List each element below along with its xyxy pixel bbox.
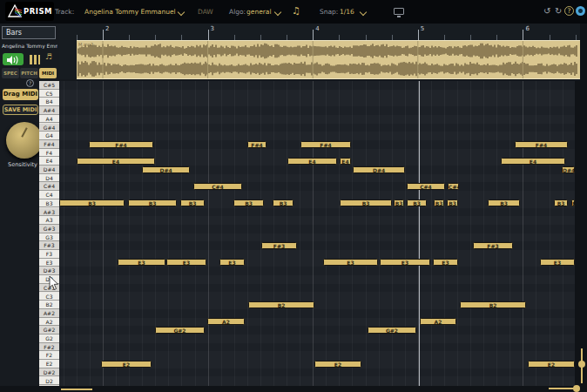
piano-key-E4[interactable]: E4: [39, 157, 59, 166]
midi-note[interactable]: B3: [488, 199, 520, 206]
piano-key-A4[interactable]: A4: [39, 115, 59, 124]
piano-key-D2[interactable]: D2: [39, 377, 59, 386]
midi-note[interactable]: E2: [314, 361, 361, 368]
tab-pitch[interactable]: PITCH: [20, 68, 38, 78]
midi-note[interactable]: G#2: [155, 327, 205, 334]
piano-key-F2[interactable]: F2: [39, 351, 59, 360]
midi-note[interactable]: E3: [540, 259, 575, 266]
algo-dropdown[interactable]: general: [246, 8, 272, 16]
piano-key-A#3[interactable]: A#3: [39, 208, 59, 217]
midi-note[interactable]: F#3: [473, 242, 513, 249]
midi-note[interactable]: E4: [501, 158, 565, 165]
algo-chevron-down-icon[interactable]: [275, 10, 280, 15]
midi-note[interactable]: A2: [420, 318, 456, 325]
midi-note[interactable]: E4: [340, 158, 351, 165]
piano-key-F#3[interactable]: F#3: [39, 241, 59, 250]
midi-note[interactable]: B3: [394, 199, 404, 206]
piano-key-E3[interactable]: E3: [39, 259, 59, 267]
piano-key-D#3[interactable]: D#3: [39, 267, 59, 275]
midi-note[interactable]: C#4: [448, 183, 459, 190]
piano-key-G3[interactable]: G3: [39, 233, 59, 242]
midi-note[interactable]: B3: [128, 199, 177, 206]
midi-note[interactable]: C#4: [193, 183, 242, 190]
help-icon[interactable]: ?: [564, 6, 574, 16]
midi-note[interactable]: B3: [273, 199, 294, 206]
track-chevron-down-icon[interactable]: [179, 10, 184, 15]
piano-key-C#4[interactable]: C#4: [39, 182, 59, 191]
audio-waveform[interactable]: M.mp3: [77, 40, 580, 79]
snap-dropdown[interactable]: 1/16: [340, 8, 354, 16]
horizontal-scrollbar-handle[interactable]: [573, 385, 580, 392]
piano-key-C#5[interactable]: C#5: [39, 81, 59, 90]
midi-note[interactable]: C#4: [407, 183, 445, 190]
midi-note[interactable]: B3: [340, 199, 392, 206]
vertical-scrollbar[interactable]: [575, 81, 587, 392]
piano-key-G#3[interactable]: G#3: [39, 225, 59, 233]
playhead[interactable]: [419, 81, 420, 386]
piano-key-F#4[interactable]: F#4: [39, 140, 59, 149]
bar-ruler[interactable]: 23456: [59, 24, 580, 40]
piano-key-A3[interactable]: A3: [39, 216, 59, 225]
midi-note[interactable]: F#4: [300, 141, 351, 148]
snap-chevron-down-icon[interactable]: [361, 10, 366, 15]
midi-note[interactable]: B3: [59, 199, 125, 206]
piano-key-C5[interactable]: C5: [39, 90, 59, 98]
midi-note-icon[interactable]: ♬: [45, 52, 52, 61]
tab-midi[interactable]: MIDI: [39, 68, 57, 78]
midi-note[interactable]: E2: [101, 361, 152, 368]
midi-note[interactable]: D#4: [562, 166, 575, 173]
piano-key-D#2[interactable]: D#2: [39, 368, 59, 377]
tab-spec[interactable]: SPEC: [2, 68, 19, 78]
midi-note[interactable]: B3: [180, 199, 205, 206]
midi-note[interactable]: B3: [407, 199, 427, 206]
piano-key-E2[interactable]: E2: [39, 360, 59, 368]
vertical-scrollbar-handle[interactable]: [578, 361, 585, 368]
piano-key-F4[interactable]: F4: [39, 149, 59, 158]
midi-note[interactable]: D#4: [353, 166, 405, 173]
settings-blue-icon[interactable]: [576, 6, 585, 16]
piano-key-A#2[interactable]: A#2: [39, 309, 59, 318]
piano-key-F#2[interactable]: F#2: [39, 343, 59, 352]
piano-key-B4[interactable]: B4: [39, 98, 59, 106]
piano-key-C4[interactable]: C4: [39, 191, 59, 199]
piano-key-A2[interactable]: A2: [39, 318, 59, 327]
piano-key-G4[interactable]: G4: [39, 132, 59, 140]
midi-note[interactable]: G#2: [368, 327, 416, 334]
audio-monitor-button[interactable]: [3, 53, 24, 65]
save-midi-button[interactable]: SAVE MIDI: [3, 105, 38, 115]
piano-key-G#2[interactable]: G#2: [39, 326, 59, 335]
midi-note[interactable]: E3: [219, 259, 245, 266]
monitor-icon[interactable]: [394, 8, 404, 15]
midi-note[interactable]: E4: [287, 158, 337, 165]
sensitivity-knob[interactable]: [6, 122, 43, 159]
piano-key-G#4[interactable]: G#4: [39, 124, 59, 132]
bars-selector[interactable]: Bars: [2, 26, 56, 39]
midi-note[interactable]: D#4: [142, 166, 190, 173]
piano-key-B3[interactable]: B3: [39, 199, 59, 208]
piano-key-C3[interactable]: C3: [39, 293, 59, 301]
drag-midi-button[interactable]: Drag MIDI: [3, 89, 38, 100]
midi-note[interactable]: B3: [447, 199, 458, 206]
midi-note[interactable]: F#3: [261, 242, 297, 249]
piano-key-F3[interactable]: F3: [39, 250, 59, 259]
midi-note[interactable]: B3: [554, 199, 568, 206]
midi-note[interactable]: B3: [233, 199, 264, 206]
spectrum-bars-icon[interactable]: [30, 55, 40, 64]
midi-help-icon[interactable]: ?: [26, 79, 34, 87]
piano-key-D#4[interactable]: D#4: [39, 166, 59, 174]
midi-note[interactable]: B3: [434, 199, 444, 206]
track-name-dropdown[interactable]: Angelina Tommy Emmanuel: [84, 8, 176, 16]
piano-key-D4[interactable]: D4: [39, 174, 59, 183]
midi-note[interactable]: B2: [248, 301, 314, 308]
midi-note[interactable]: E2: [528, 361, 575, 368]
horizontal-scrollbar[interactable]: [0, 386, 587, 392]
redo-icon[interactable]: ↻: [555, 6, 562, 16]
undo-icon[interactable]: ↺: [543, 6, 550, 16]
piano-key-A#4[interactable]: A#4: [39, 106, 59, 115]
music-note-icon[interactable]: ♫: [292, 5, 300, 17]
midi-note[interactable]: F#4: [89, 141, 153, 148]
midi-note[interactable]: A2: [207, 318, 245, 325]
midi-note[interactable]: E3: [166, 259, 206, 266]
midi-note[interactable]: B2: [460, 301, 526, 308]
midi-note[interactable]: E3: [118, 259, 165, 266]
